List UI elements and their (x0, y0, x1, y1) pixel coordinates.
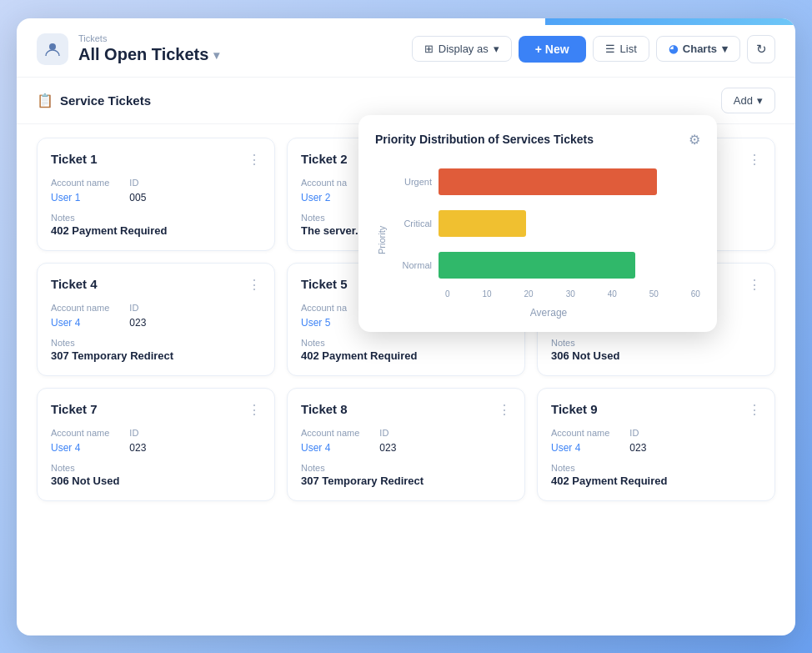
ticket-header: Ticket 8 ⋮ (301, 402, 511, 418)
ticket-card: Ticket 9 ⋮ Account name User 4 ID 023 No… (537, 388, 775, 501)
x-tick-label: 30 (566, 289, 575, 299)
notes-field: Notes 306 Not Used (51, 463, 261, 487)
chart-settings-icon[interactable]: ⚙ (689, 132, 700, 148)
ticket-fields-row: Account name User 1 ID 005 (51, 178, 261, 204)
id-field: ID 023 (129, 428, 146, 455)
ticket-header: Ticket 1 ⋮ (51, 152, 261, 168)
account-name-field: Account na User 2 (301, 178, 347, 204)
add-chevron-icon: ▾ (757, 94, 763, 107)
ticket-header: Ticket 9 ⋮ (551, 402, 761, 418)
charts-button[interactable]: ◕ Charts ▾ (656, 36, 740, 62)
account-name-link[interactable]: User 4 (51, 317, 80, 329)
charts-chevron-icon: ▾ (722, 43, 728, 55)
header: Tickets All Open Tickets ▾ ⊞ Display as … (17, 18, 795, 78)
list-button[interactable]: ☰ List (593, 36, 649, 62)
notes-field: Notes 402 Payment Required (301, 338, 511, 362)
add-button[interactable]: Add ▾ (721, 88, 775, 113)
notes-value: 402 Payment Required (51, 224, 261, 237)
id-field: ID 005 (129, 178, 146, 204)
chart-bar-row: Critical (397, 203, 700, 244)
chart-popup: Priority Distribution of Services Ticket… (358, 115, 717, 332)
notes-value: 307 Temporary Redirect (51, 349, 261, 362)
bar-label: Normal (397, 260, 439, 270)
header-actions: ⊞ Display as ▾ + New ☰ List ◕ Charts ▾ ↻ (412, 35, 775, 63)
account-name-field: Account name User 1 (51, 178, 109, 204)
x-tick-label: 60 (691, 289, 700, 299)
ticket-menu-icon[interactable]: ⋮ (248, 277, 261, 293)
display-as-button[interactable]: ⊞ Display as ▾ (412, 36, 512, 62)
ticket-card: Ticket 4 ⋮ Account name User 4 ID 023 No… (37, 263, 275, 376)
app-container: Tickets All Open Tickets ▾ ⊞ Display as … (17, 18, 795, 635)
refresh-icon: ↻ (756, 42, 767, 57)
x-axis: 0102030405060 (397, 289, 700, 299)
ticket-menu-icon[interactable]: ⋮ (748, 402, 761, 418)
bar-label: Urgent (397, 177, 439, 187)
ticket-menu-icon[interactable]: ⋮ (248, 402, 261, 418)
breadcrumb: Tickets (78, 33, 219, 43)
notes-field: Notes 307 Temporary Redirect (51, 338, 261, 362)
id-label: ID (129, 428, 146, 438)
new-button[interactable]: + New (519, 36, 586, 63)
id-field: ID 023 (379, 428, 396, 455)
x-tick-label: 10 (483, 289, 492, 299)
id-value: 005 (129, 192, 146, 203)
bar-track (439, 210, 700, 237)
ticket-menu-icon[interactable]: ⋮ (748, 277, 761, 293)
ticket-card: Ticket 7 ⋮ Account name User 4 ID 023 No… (37, 388, 275, 501)
notes-field: Notes 307 Temporary Redirect (301, 463, 511, 487)
title-chevron-icon: ▾ (213, 48, 219, 62)
notes-label: Notes (301, 463, 511, 473)
account-name-label: Account name (51, 178, 109, 188)
notes-label: Notes (51, 463, 261, 473)
x-axis-label: Average (397, 307, 700, 319)
notes-label: Notes (51, 213, 261, 223)
display-chevron-icon: ▾ (494, 43, 499, 55)
account-name-label: Account na (301, 303, 347, 313)
account-name-link[interactable]: User 4 (551, 442, 580, 454)
chart-popup-header: Priority Distribution of Services Ticket… (375, 132, 700, 148)
account-name-link[interactable]: User 2 (301, 192, 330, 203)
ticket-menu-icon[interactable]: ⋮ (248, 152, 261, 168)
notes-value: 402 Payment Required (551, 475, 761, 487)
title-block: Tickets All Open Tickets ▾ (78, 33, 219, 64)
ticket-title: Ticket 4 (51, 277, 98, 291)
svg-point-0 (49, 43, 56, 50)
ticket-fields-row: Account name User 4 ID 023 (51, 303, 261, 329)
account-name-label: Account name (51, 303, 109, 313)
ticket-card: Ticket 1 ⋮ Account name User 1 ID 005 No… (37, 138, 275, 251)
id-field: ID 023 (629, 428, 646, 455)
account-name-link[interactable]: User 5 (301, 317, 330, 329)
section-title: 📋 Service Tickets (37, 93, 151, 108)
ticket-menu-icon[interactable]: ⋮ (498, 402, 511, 418)
notes-value: 306 Not Used (51, 475, 261, 487)
refresh-button[interactable]: ↻ (747, 35, 775, 63)
notes-field: Notes 402 Payment Required (51, 213, 261, 237)
notes-label: Notes (551, 463, 761, 473)
bar-label: Critical (397, 219, 439, 229)
account-name-label: Account name (551, 428, 609, 438)
bar-fill (439, 252, 635, 279)
account-name-field: Account name User 4 (51, 303, 109, 329)
ticket-fields-row: Account name User 4 ID 023 (301, 428, 511, 455)
top-accent-bar (545, 18, 795, 25)
account-name-link[interactable]: User 4 (51, 442, 80, 454)
notes-label: Notes (301, 338, 511, 348)
list-icon: ☰ (605, 43, 615, 55)
notes-label: Notes (551, 338, 761, 348)
bar-track (439, 252, 700, 279)
notes-field: Notes 402 Payment Required (551, 463, 761, 487)
ticket-title: Ticket 1 (51, 152, 98, 166)
chart-title: Priority Distribution of Services Ticket… (375, 133, 594, 146)
id-label: ID (629, 428, 646, 438)
account-name-link[interactable]: User 1 (51, 192, 80, 203)
id-field: ID 023 (129, 303, 146, 329)
account-name-label: Account na (301, 178, 347, 188)
calendar-icon: 📋 (37, 93, 53, 108)
notes-value: 306 Not Used (551, 349, 761, 362)
chart-bars-wrapper: Urgent Critical Normal (397, 161, 700, 286)
ticket-fields-row: Account name User 4 ID 023 (551, 428, 761, 455)
id-label: ID (129, 178, 146, 188)
ticket-menu-icon[interactable]: ⋮ (748, 152, 761, 168)
account-name-link[interactable]: User 4 (301, 442, 330, 454)
bar-track (439, 168, 700, 195)
